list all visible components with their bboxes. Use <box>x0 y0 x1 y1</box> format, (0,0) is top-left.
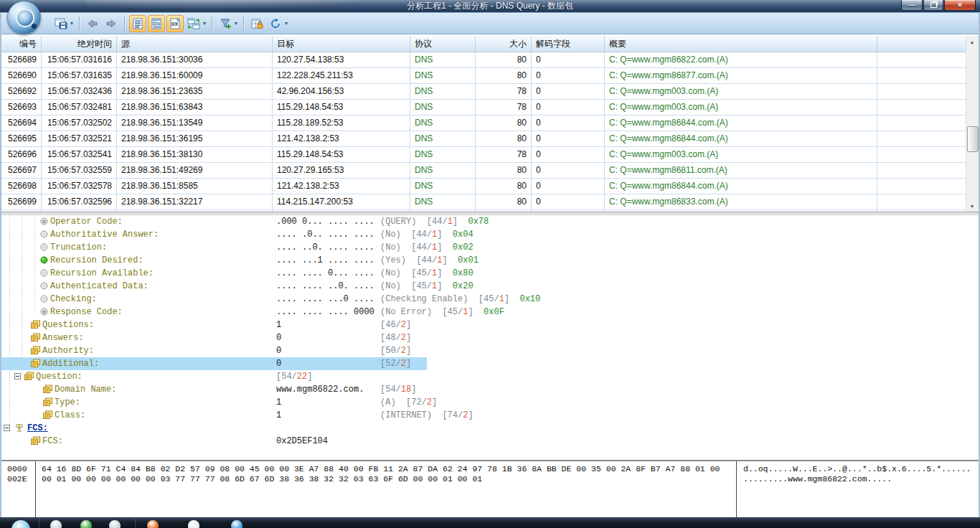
collapse-box-icon[interactable] <box>14 373 21 380</box>
tree-row-authenticated-data[interactable]: Authenticated Data:.... .... ..0. ....(N… <box>1 280 979 293</box>
packet-row[interactable]: 52669815:06:57.032578218.98.36.151:85851… <box>0 179 966 194</box>
tree-row-questions[interactable]: Questions:1[46/2] <box>1 319 979 331</box>
hex-view-pane: 000064 16 8D 6F 71 C4 84 B8 02 D2 57 09 … <box>1 460 979 518</box>
packet-row[interactable]: 52669715:06:57.032559218.98.36.151:49269… <box>0 163 966 179</box>
cell-size: 78 <box>476 147 532 162</box>
list-view-icon <box>132 18 143 29</box>
scroll-up-arrow-icon[interactable]: ▲ <box>966 36 978 47</box>
column-header[interactable]: 概要 <box>605 36 877 52</box>
cascade-icon <box>24 372 34 382</box>
save-dropdown-arrow-icon[interactable]: ▾ <box>70 20 73 27</box>
list-view-button[interactable] <box>129 15 146 32</box>
tree-field-meta: [46/2] <box>380 319 411 331</box>
cell-proto: DNS <box>410 84 476 99</box>
cell-src: 218.98.36.151:8585 <box>117 179 273 194</box>
packet-row[interactable]: 52669915:06:57.032596218.98.36.151:32217… <box>0 194 966 210</box>
tree-row-fcs[interactable]: FCS: <box>1 422 979 435</box>
cell-dst: 114.215.147.200:53 <box>273 194 410 209</box>
tree-row-truncation[interactable]: Truncation:.... ..0. .... ....(No) [44/1… <box>1 241 979 254</box>
tree-row-question[interactable]: Question:[54/22] <box>1 370 979 383</box>
tree-field-label: Questions: <box>42 319 94 331</box>
packet-row[interactable]: 52669515:06:57.032521218.98.36.151:36195… <box>0 131 966 147</box>
minimize-button[interactable]: — <box>901 0 923 11</box>
taskbar-app-icon-2[interactable] <box>80 520 92 528</box>
back-arrow-button[interactable] <box>84 15 101 32</box>
tree-row-authoritative-answer[interactable]: Authoritative Answer:.... .0.. .... ....… <box>1 228 979 241</box>
tree-field-label: FCS: <box>27 422 48 435</box>
swap-view-button[interactable] <box>185 15 202 32</box>
refresh-dropdown-arrow-icon[interactable]: ▾ <box>285 20 288 27</box>
tree-field-meta: (No) [44/1] 0x02 <box>380 241 473 254</box>
tree-row-class[interactable]: Class:1(INTERNET) [74/2] <box>1 409 979 422</box>
cell-size: 80 <box>476 179 532 194</box>
collapse-box-icon[interactable] <box>4 425 10 431</box>
tree-field-label: Operator Code: <box>50 215 123 228</box>
column-header[interactable]: 绝对时间 <box>42 36 117 52</box>
scroll-down-arrow-icon[interactable]: ▼ <box>966 200 978 212</box>
packet-table-header: 编号绝对时间源目标协议大小解码字段概要 <box>0 36 966 52</box>
column-header[interactable]: 协议 <box>410 36 476 52</box>
filter-dropdown-arrow-icon[interactable]: ▾ <box>235 20 237 27</box>
taskbar-app-icon-1[interactable] <box>50 520 62 528</box>
lock-table-button[interactable] <box>248 15 265 32</box>
tree-row-answers[interactable]: Answers:0[48/2] <box>1 331 979 344</box>
tree-row-recursion-desired[interactable]: Recursion Desired:.... ...1 .... ....(Ye… <box>1 254 979 267</box>
packet-row[interactable]: 52669015:06:57.031635218.98.36.151:60009… <box>0 68 966 84</box>
column-header[interactable]: 编号 <box>0 36 42 52</box>
tree-row-domain-name[interactable]: Domain Name:www.mgm86822.com.[54/18] <box>1 383 979 396</box>
save-button[interactable] <box>52 15 70 32</box>
cell-summary: C: Q=www.mgm003.com.(A) <box>605 147 877 162</box>
taskbar-app-icon-3[interactable] <box>109 520 121 528</box>
restore-button[interactable] <box>923 0 943 11</box>
minimize-icon: — <box>909 1 915 9</box>
column-header[interactable]: 源 <box>117 36 273 52</box>
cell-decoded: 0 <box>532 84 605 99</box>
taskbar-app-icon-5[interactable] <box>188 520 199 528</box>
packet-row[interactable]: 52669315:06:57.032481218.98.36.151:63843… <box>0 100 966 116</box>
packet-row[interactable]: 52669215:06:57.032436218.98.36.151:23635… <box>0 84 966 100</box>
tree-row-response-code[interactable]: Response Code:.... .... .... 0000(No Err… <box>1 306 979 319</box>
hex-view-button[interactable]: 0X <box>166 15 184 32</box>
filter-button[interactable] <box>217 15 234 32</box>
title-bar[interactable]: 分析工程1 - 全面分析 - DNS Query - 数据包 <box>0 0 980 12</box>
cell-src: 218.98.36.151:32217 <box>117 194 273 209</box>
refresh-icon <box>270 18 281 29</box>
swap-view-dropdown-arrow-icon[interactable]: ▾ <box>203 20 206 27</box>
forward-arrow-button[interactable] <box>103 15 120 32</box>
column-header[interactable]: 目标 <box>273 36 410 52</box>
cell-summary: C: Q=www.mgm86833.com.(A) <box>605 194 877 209</box>
column-header[interactable]: 大小 <box>476 36 532 52</box>
packet-row[interactable]: 52668915:06:57.031616218.98.36.151:30036… <box>0 52 966 68</box>
tree-row-additional[interactable]: Additional:0[52/2] <box>1 357 979 370</box>
cell-src: 218.98.36.151:60009 <box>117 68 273 83</box>
windows-taskbar[interactable] <box>0 517 980 528</box>
tree-row-recursion-available[interactable]: Recursion Available:.... .... 0... ....(… <box>1 267 979 280</box>
cascade-icon <box>30 346 40 356</box>
tree-row-operator-code[interactable]: Operator Code:.000 0... .... ....(QUERY)… <box>1 215 979 228</box>
packet-row[interactable]: 52669615:06:57.032541218.98.36.151:38130… <box>0 147 966 163</box>
app-window: 分析工程1 - 全面分析 - DNS Query - 数据包 — ✕ ▾0X▾▾… <box>0 0 980 528</box>
scrollbar-thumb[interactable] <box>967 126 979 152</box>
tree-row-authority[interactable]: Authority:0[50/2] <box>1 344 979 357</box>
cell-proto: DNS <box>410 163 476 178</box>
tree-row-fcs[interactable]: FCS:0x2D5EF104 <box>1 435 979 448</box>
tree-field-value: 0x2D5EF104 <box>276 435 328 448</box>
tree-row-type[interactable]: Type:1(A) [72/2] <box>1 396 979 409</box>
cell-proto: DNS <box>410 179 476 194</box>
taskbar-app-icon-4[interactable] <box>147 520 159 528</box>
tree-row-checking[interactable]: Checking:.... .... ...0 ....(Checking En… <box>1 293 979 306</box>
column-header[interactable]: 解码字段 <box>532 36 605 52</box>
packet-row[interactable]: 52669415:06:57.032502218.98.36.151:13549… <box>0 116 966 131</box>
tree-field-meta: (No) [44/1] 0x04 <box>380 228 473 241</box>
cell-src: 218.98.36.151:13549 <box>117 116 273 131</box>
cell-src: 218.98.36.151:38130 <box>117 147 273 162</box>
taskbar-app-icon-6[interactable] <box>231 520 242 528</box>
tree-field-value: 0 <box>276 357 281 370</box>
packet-list-scrollbar[interactable]: ▲ ▼ <box>966 36 979 212</box>
tree-field-meta: (INTERNET) [74/2] <box>380 409 473 422</box>
close-button[interactable]: ✕ <box>944 0 976 11</box>
start-button[interactable] <box>11 520 30 528</box>
tree-field-value: .... .... ...0 .... <box>276 293 374 306</box>
refresh-button[interactable] <box>267 15 284 32</box>
detail-view-button[interactable] <box>148 15 165 32</box>
